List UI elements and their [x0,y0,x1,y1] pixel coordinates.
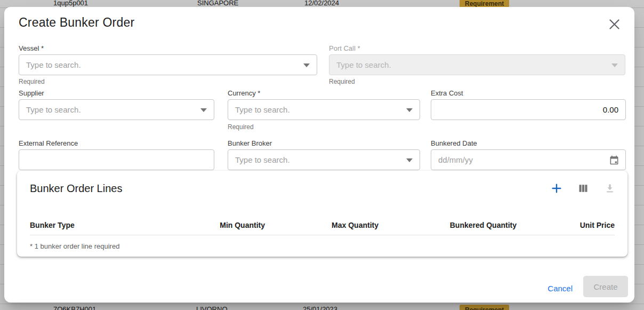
download-icon [605,183,615,196]
lines-required-note: * 1 bunker order line required [30,242,119,250]
chevron-down-icon [611,63,618,67]
column-header-max-quantity: Max Quantity [265,221,379,229]
extra-cost-input[interactable]: 0.00 [431,99,626,120]
vessel-label: Vessel * [19,44,44,52]
extra-cost-label: Extra Cost [431,89,463,97]
port-call-helper: Required [329,78,355,85]
chevron-down-icon [406,158,413,162]
port-call-placeholder: Type to search. [336,60,391,69]
create-bunker-order-dialog: Create Bunker Order Vessel * Type to sea… [4,7,634,303]
external-reference-label: External Reference [19,139,78,147]
extra-cost-value: 0.00 [438,105,618,114]
supplier-input[interactable]: Type to search. [19,99,214,120]
bunker-order-lines-card: Bunker Order Lines [17,171,627,257]
bunker-broker-placeholder: Type to search. [235,155,290,164]
column-header-bunker-type: Bunker Type [30,221,147,229]
currency-helper: Required [228,123,254,131]
column-header-min-quantity: Min Quantity [147,221,265,229]
add-icon [551,182,562,196]
lines-section-title: Bunker Order Lines [30,182,122,195]
add-line-button[interactable] [551,184,562,195]
port-call-input: Type to search. [329,54,625,75]
close-button[interactable] [607,18,622,33]
lines-table-header: Bunker Type Min Quantity Max Quantity Bu… [30,216,615,235]
vessel-placeholder: Type to search. [26,60,81,69]
create-button[interactable]: Create [583,276,628,297]
cancel-button[interactable]: Cancel [548,284,573,293]
column-header-unit-price: Unit Price [517,221,615,229]
download-button[interactable] [604,184,616,195]
bunkered-date-label: Bunkered Date [431,139,477,147]
close-icon [609,19,619,31]
calendar-icon[interactable] [609,155,619,168]
chevron-down-icon [303,63,310,67]
vessel-input[interactable]: Type to search. [19,54,317,75]
columns-icon [578,183,589,196]
column-header-bunkered-quantity: Bunkered Quantity [379,221,517,229]
external-reference-input[interactable] [19,149,214,170]
supplier-label: Supplier [19,89,44,97]
currency-label: Currency * [228,89,260,97]
bunker-broker-input[interactable]: Type to search. [228,149,420,170]
chevron-down-icon [200,108,207,112]
lines-toolbar [551,184,616,195]
currency-input[interactable]: Type to search. [228,99,420,120]
bunkered-date-input[interactable]: dd/mm/yy [431,149,626,170]
screen: 1qup5p001 SINGAPORE 12/02/2024 Requireme… [0,0,644,310]
currency-placeholder: Type to search. [235,105,290,114]
supplier-placeholder: Type to search. [26,105,81,114]
column-settings-button[interactable] [577,184,589,195]
dialog-title: Create Bunker Order [19,15,134,30]
chevron-down-icon [406,108,413,112]
vessel-helper: Required [19,78,45,85]
bunker-broker-label: Bunker Broker [228,139,272,147]
port-call-label: Port Call * [329,44,360,52]
bunkered-date-placeholder: dd/mm/yy [438,155,473,164]
